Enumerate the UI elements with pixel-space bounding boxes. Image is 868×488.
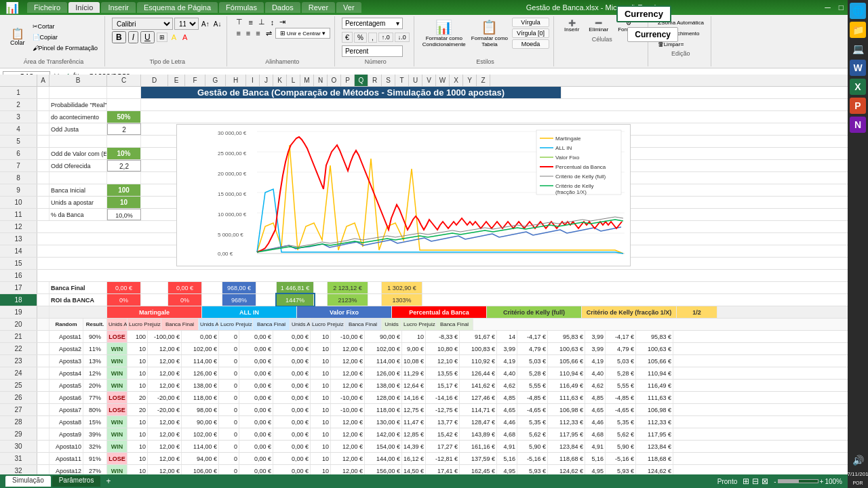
- cell-m-l-25[interactable]: 12,00 €: [148, 380, 182, 391]
- cell-kx-b-26[interactable]: 111,63 €: [636, 392, 673, 403]
- cell-ai-u-32[interactable]: 0: [219, 465, 239, 474]
- cell-ai-l-28[interactable]: 0,00 €: [239, 416, 273, 428]
- row-header-28[interactable]: 28: [0, 416, 37, 428]
- row-header-32[interactable]: 32: [0, 465, 37, 474]
- cell-kx-u-24[interactable]: 4,40: [585, 367, 606, 379]
- cell-result-21[interactable]: LOSE: [107, 331, 127, 342]
- cell-ai-l-30[interactable]: 0,00 €: [239, 441, 273, 452]
- cell-m-u-32[interactable]: 10: [127, 465, 148, 474]
- cell-C4[interactable]: 2: [107, 123, 141, 135]
- cell-m-b-29[interactable]: 102,00 €: [182, 428, 219, 440]
- cell-vf-u-27[interactable]: 10: [311, 404, 331, 415]
- cell-vf-b-26[interactable]: 128,00 €: [365, 392, 402, 403]
- cell-vf-l-27[interactable]: -10,00 €: [331, 404, 365, 415]
- row-header-6[interactable]: 6: [0, 148, 37, 159]
- cell-vf-l-30[interactable]: 12,00 €: [331, 441, 365, 452]
- cell-random-23[interactable]: 13%: [83, 355, 107, 367]
- cell-result-28[interactable]: WIN: [107, 416, 127, 428]
- cell-kx-l-31[interactable]: -5,16 €: [606, 453, 636, 464]
- cell-A11[interactable]: [37, 209, 50, 220]
- cell-C17-vf[interactable]: 968,00 €: [222, 282, 256, 293]
- cell-vf-b-32[interactable]: 156,00 €: [365, 465, 402, 474]
- cell-m-u-27[interactable]: 20: [127, 404, 148, 415]
- col-header-I[interactable]: I: [246, 75, 260, 86]
- row-header-4[interactable]: 4: [0, 123, 37, 135]
- cell-kx-b-29[interactable]: 117,95 €: [636, 428, 673, 440]
- cell-ai-u-21[interactable]: 0: [219, 331, 239, 342]
- cell-random-26[interactable]: 77%: [83, 392, 107, 403]
- cell-random-31[interactable]: 91%: [83, 453, 107, 464]
- cell-ai-b-29[interactable]: 0,00 €: [273, 428, 311, 440]
- sheet-tab-simulacao[interactable]: Simulação: [5, 476, 51, 487]
- cell-m-b-31[interactable]: 94,00 €: [182, 453, 219, 464]
- cell-pb-b-26[interactable]: 127,46 €: [460, 392, 497, 403]
- row-header-26[interactable]: 26: [0, 392, 37, 403]
- cell-vf-l-28[interactable]: 12,00 €: [331, 416, 365, 428]
- cell-vf-b-31[interactable]: 144,00 €: [365, 453, 402, 464]
- font-size-select[interactable]: 11: [174, 18, 199, 30]
- cell-m-l-27[interactable]: -20,00 €: [148, 404, 182, 415]
- cell-ai-b-22[interactable]: 0,00 €: [273, 343, 311, 354]
- highlight-button[interactable]: A: [170, 33, 178, 42]
- cell-result-31[interactable]: LOSE: [107, 453, 127, 464]
- col-header-Q[interactable]: Q: [355, 75, 368, 86]
- cell-aposta-25[interactable]: Aposta5: [50, 380, 83, 391]
- cell-aposta-30[interactable]: Aposta10: [50, 441, 83, 452]
- col-header-J[interactable]: J: [260, 75, 273, 86]
- cell-vf-l-22[interactable]: 12,00 €: [331, 343, 365, 354]
- cell-ai-b-31[interactable]: 0,00 €: [273, 453, 311, 464]
- cell-pb-b-28[interactable]: 128,47 €: [460, 416, 497, 428]
- cell-C17-kx[interactable]: 1 302,90 €: [382, 282, 422, 293]
- cell-ck-l-22[interactable]: 4,79 €: [517, 343, 548, 354]
- font-name-select[interactable]: Calibri: [112, 18, 173, 30]
- speaker-icon[interactable]: 🔊: [850, 452, 866, 468]
- cell-C17-allin[interactable]: 0,00 €: [168, 282, 202, 293]
- cell-m-b-21[interactable]: 0,00 €: [182, 331, 219, 342]
- cell-kx-u-21[interactable]: 3,99: [585, 331, 606, 342]
- col-header-R[interactable]: R: [368, 75, 382, 86]
- cell-A23[interactable]: [37, 355, 50, 367]
- col-header-G[interactable]: G: [205, 75, 226, 86]
- cell-B19[interactable]: [50, 306, 107, 318]
- cell-random-28[interactable]: 15%: [83, 416, 107, 428]
- cell-ai-u-25[interactable]: 0: [219, 380, 239, 391]
- col-header-X[interactable]: X: [450, 75, 463, 86]
- cell-ai-u-30[interactable]: 0: [219, 441, 239, 452]
- cell-A27[interactable]: [37, 404, 50, 415]
- cell-C3[interactable]: 50%: [107, 111, 141, 123]
- cell-A7[interactable]: [37, 160, 50, 171]
- cell-ck-l-25[interactable]: 5,55 €: [517, 380, 548, 391]
- cell-kx-b-24[interactable]: 110,94 €: [636, 367, 673, 379]
- cell-vf-b-27[interactable]: 118,00 €: [365, 404, 402, 415]
- cell-kx-l-21[interactable]: -4,17 €: [606, 331, 636, 342]
- cell-kx-u-28[interactable]: 4,46: [585, 416, 606, 428]
- cell-pb-l-30[interactable]: 17,27 €: [426, 441, 460, 452]
- merge-center-button[interactable]: ⊞ Unir e Centrar ▾: [275, 28, 330, 39]
- row-header-19[interactable]: 19: [0, 306, 37, 318]
- cell-pb-u-26[interactable]: 14,16 €: [402, 392, 426, 403]
- cell-B2[interactable]: Probabilidade "Real": [50, 99, 107, 110]
- cell-m-u-30[interactable]: 10: [127, 441, 148, 452]
- cell-ck-u-29[interactable]: 4,68: [497, 428, 517, 440]
- format-table-button[interactable]: 📋 Formatar comoTabela: [470, 18, 509, 49]
- cell-B8[interactable]: [50, 172, 107, 184]
- col-header-F[interactable]: F: [185, 75, 205, 86]
- cell-ai-l-31[interactable]: 0,00 €: [239, 453, 273, 464]
- cell-kx-l-26[interactable]: -4,85 €: [606, 392, 636, 403]
- cell-pb-l-26[interactable]: -14,16 €: [426, 392, 460, 403]
- cell-C17-pb[interactable]: 1 446,81 €: [277, 282, 314, 293]
- cell-B18[interactable]: ROI da BANCA: [50, 294, 107, 306]
- cell-m-l-21[interactable]: -100,00 €: [148, 331, 182, 342]
- col-header-V[interactable]: V: [422, 75, 436, 86]
- cell-pb-u-21[interactable]: 10: [402, 331, 426, 342]
- col-header-E[interactable]: E: [168, 75, 185, 86]
- minimize-icon[interactable]: ─: [821, 3, 835, 12]
- cell-ai-b-30[interactable]: 0,00 €: [273, 441, 311, 452]
- cell-random-25[interactable]: 20%: [83, 380, 107, 391]
- cell-C9[interactable]: 100: [107, 184, 141, 196]
- copy-button[interactable]: 📄 Copiar: [30, 33, 101, 42]
- cell-kx-u-30[interactable]: 4,91: [585, 441, 606, 452]
- cell-ai-b-23[interactable]: 0,00 €: [273, 355, 311, 367]
- insert-button[interactable]: ➕ Inserir: [561, 18, 583, 35]
- cell-aposta-23[interactable]: Aposta3: [50, 355, 83, 367]
